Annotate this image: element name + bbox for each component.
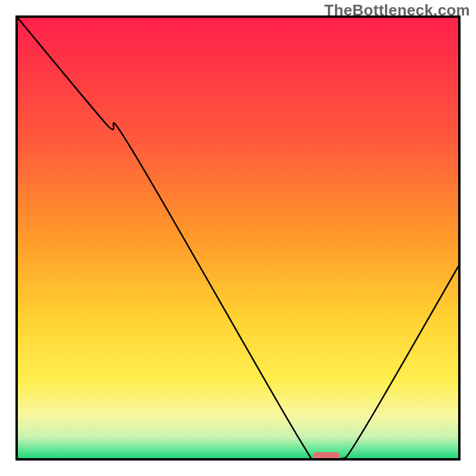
chart-frame: TheBottleneck.com (0, 0, 476, 476)
gradient-background (17, 17, 459, 459)
watermark-label: TheBottleneck.com (324, 1, 470, 20)
bottleneck-chart (0, 0, 476, 476)
